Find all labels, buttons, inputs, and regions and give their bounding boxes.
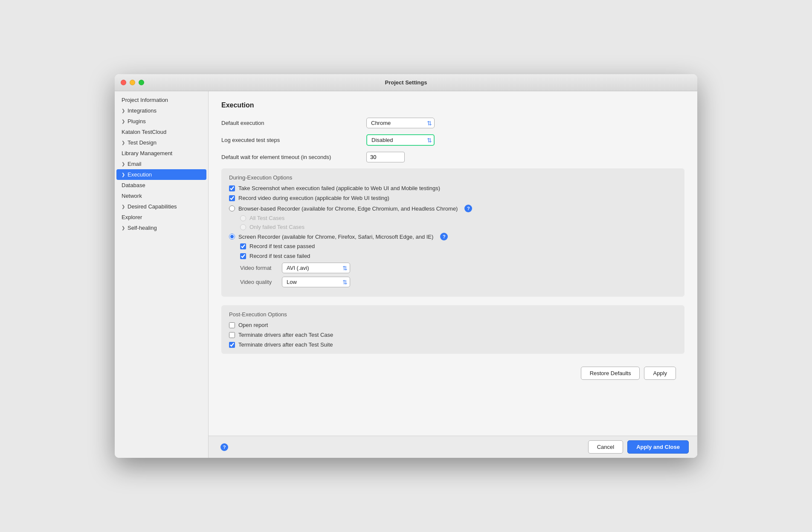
record-video-row: Record video during execution (applicabl… — [229, 195, 677, 201]
during-execution-title: During-Execution Options — [229, 174, 677, 181]
sidebar-item-execution[interactable]: ❯ Execution — [116, 169, 206, 180]
screen-recorder-help-icon[interactable]: ? — [440, 233, 448, 240]
record-if-failed-checkbox[interactable] — [240, 253, 246, 259]
record-if-passed-checkbox[interactable] — [240, 243, 246, 249]
screen-recorder-radio[interactable] — [229, 234, 235, 240]
record-if-passed-label: Record if test case passed — [249, 243, 315, 249]
video-format-label: Video format — [240, 265, 278, 271]
browser-recorder-row: Browser-based Recorder (available for Ch… — [229, 205, 677, 212]
record-if-passed-row: Record if test case passed — [240, 243, 677, 249]
video-quality-row: Video quality Low Medium High ⇅ — [240, 277, 677, 287]
open-report-checkbox[interactable] — [229, 322, 235, 328]
titlebar: Project Settings — [115, 74, 697, 91]
terminate-each-case-checkbox[interactable] — [229, 332, 235, 338]
sidebar-item-library-management[interactable]: Library Management — [115, 148, 208, 159]
maximize-button[interactable] — [139, 80, 144, 85]
video-format-select[interactable]: AVI (.avi) MP4 (.mp4) — [282, 263, 350, 273]
record-video-checkbox[interactable] — [229, 195, 235, 201]
only-failed-radio[interactable] — [240, 224, 246, 230]
bottom-help: ? — [217, 443, 228, 451]
browser-recorder-label: Browser-based Recorder (available for Ch… — [238, 205, 458, 212]
apply-button[interactable]: Apply — [644, 367, 676, 380]
video-format-row: Video format AVI (.avi) MP4 (.mp4) ⇅ — [240, 263, 677, 273]
terminate-each-suite-row: Terminate drivers after each Test Suite — [229, 341, 677, 348]
all-test-cases-label: All Test Cases — [249, 215, 284, 221]
open-report-row: Open report — [229, 322, 677, 328]
bottom-buttons: Cancel Apply and Close — [588, 440, 689, 454]
take-screenshot-label: Take Screenshot when execution failed (a… — [238, 185, 440, 191]
default-execution-select-wrapper: Chrome Firefox Safari Edge IE ⇅ — [366, 118, 435, 128]
browser-recorder-radio[interactable] — [229, 205, 235, 211]
screen-recorder-row: Screen Recorder (available for Chrome, F… — [229, 233, 677, 240]
bottom-bar: ? Cancel Apply and Close — [209, 436, 697, 458]
record-if-failed-label: Record if test case failed — [249, 253, 310, 259]
minimize-button[interactable] — [130, 80, 135, 85]
sidebar-item-integrations[interactable]: ❯ Integrations — [115, 105, 208, 116]
video-quality-label: Video quality — [240, 279, 278, 285]
terminate-each-suite-checkbox[interactable] — [229, 342, 235, 348]
sidebar-item-katalon-testcloud[interactable]: Katalon TestCloud — [115, 127, 208, 137]
main-content: Execution Default execution Chrome Firef… — [209, 91, 697, 436]
sidebar-item-plugins[interactable]: ❯ Plugins — [115, 116, 208, 127]
default-execution-select[interactable]: Chrome Firefox Safari Edge IE — [366, 118, 435, 128]
inner-footer: Restore Defaults Apply — [221, 362, 684, 384]
sidebar-item-network[interactable]: Network — [115, 191, 208, 201]
terminate-each-case-row: Terminate drivers after each Test Case — [229, 332, 677, 338]
main-panel: Execution Default execution Chrome Firef… — [209, 91, 697, 458]
timeout-label: Default wait for element timeout (in sec… — [221, 154, 366, 160]
browser-recorder-help-icon[interactable]: ? — [464, 205, 472, 212]
take-screenshot-checkbox[interactable] — [229, 185, 235, 191]
content-area: Project Information ❯ Integrations ❯ Plu… — [115, 91, 697, 458]
take-screenshot-row: Take Screenshot when execution failed (a… — [229, 185, 677, 191]
section-title: Execution — [221, 101, 684, 109]
sidebar-item-test-design[interactable]: ❯ Test Design — [115, 137, 208, 148]
during-execution-section: During-Execution Options Take Screenshot… — [221, 168, 684, 297]
chevron-icon: ❯ — [122, 140, 125, 145]
video-format-select-wrapper: AVI (.avi) MP4 (.mp4) ⇅ — [282, 263, 350, 273]
record-if-failed-row: Record if test case failed — [240, 253, 677, 259]
terminate-each-suite-label: Terminate drivers after each Test Suite — [238, 341, 333, 348]
video-quality-select[interactable]: Low Medium High — [282, 277, 350, 287]
all-test-cases-row: All Test Cases — [240, 215, 677, 221]
sidebar-item-self-healing[interactable]: ❯ Self-healing — [115, 223, 208, 233]
sidebar-item-database[interactable]: Database — [115, 180, 208, 191]
timeout-input[interactable] — [366, 152, 405, 162]
video-quality-select-wrapper: Low Medium High ⇅ — [282, 277, 350, 287]
open-report-label: Open report — [238, 322, 268, 328]
post-execution-section: Post-Execution Options Open report Termi… — [221, 305, 684, 354]
chevron-icon: ❯ — [122, 119, 125, 124]
sidebar-item-explorer[interactable]: Explorer — [115, 212, 208, 223]
sidebar: Project Information ❯ Integrations ❯ Plu… — [115, 91, 209, 458]
window-title: Project Settings — [385, 79, 427, 86]
log-steps-select[interactable]: Disabled Enabled — [366, 134, 435, 146]
chevron-icon: ❯ — [122, 172, 125, 177]
chevron-icon: ❯ — [122, 162, 125, 166]
cancel-button[interactable]: Cancel — [588, 440, 623, 454]
post-execution-title: Post-Execution Options — [229, 311, 677, 318]
sidebar-item-project-information[interactable]: Project Information — [115, 95, 208, 105]
sidebar-item-email[interactable]: ❯ Email — [115, 159, 208, 169]
timeout-row: Default wait for element timeout (in sec… — [221, 152, 684, 162]
only-failed-row: Only failed Test Cases — [240, 224, 677, 230]
screen-recorder-label: Screen Recorder (available for Chrome, F… — [238, 234, 433, 240]
chevron-icon: ❯ — [122, 108, 125, 113]
project-settings-window: Project Settings Project Information ❯ I… — [115, 74, 697, 458]
sidebar-item-desired-capabilities[interactable]: ❯ Desired Capabilities — [115, 201, 208, 212]
chevron-icon: ❯ — [122, 226, 125, 230]
default-execution-label: Default execution — [221, 120, 366, 126]
close-button[interactable] — [121, 80, 126, 85]
apply-close-button[interactable]: Apply and Close — [627, 440, 689, 454]
default-execution-row: Default execution Chrome Firefox Safari … — [221, 118, 684, 128]
restore-defaults-button[interactable]: Restore Defaults — [581, 367, 640, 380]
terminate-each-case-label: Terminate drivers after each Test Case — [238, 332, 333, 338]
chevron-icon: ❯ — [122, 204, 125, 209]
log-steps-row: Log executed test steps Disabled Enabled… — [221, 134, 684, 146]
all-test-cases-radio[interactable] — [240, 215, 246, 221]
log-steps-select-wrapper: Disabled Enabled ⇅ — [366, 134, 435, 146]
traffic-lights — [121, 80, 144, 85]
log-steps-label: Log executed test steps — [221, 137, 366, 143]
record-video-label: Record video during execution (applicabl… — [238, 195, 389, 201]
help-icon[interactable]: ? — [220, 443, 228, 451]
only-failed-label: Only failed Test Cases — [249, 224, 304, 230]
